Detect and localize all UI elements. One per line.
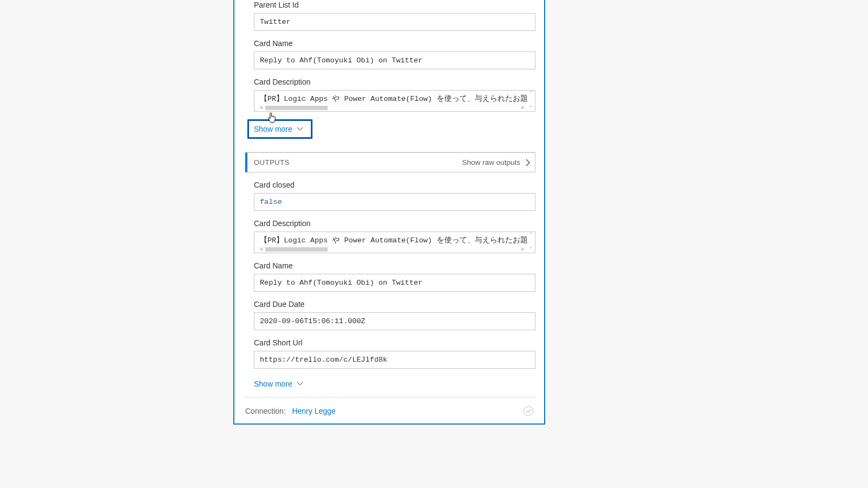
chevron-down-icon [297,127,303,131]
connection-footer: Connection: Henry Legge [243,397,535,423]
scroll-up-icon: ˄ [529,233,532,237]
scroll-right-icon: > [521,247,524,252]
value-box-card-closed[interactable]: false [254,193,535,211]
connection-name-link[interactable]: Henry Legge [292,407,335,415]
label-card-short-url: Card Short Url [254,338,535,348]
scroll-down-icon: ˅ [529,247,532,252]
label-card-name-output: Card Name [254,261,535,271]
outputs-header: OUTPUTS Show raw outputs [245,152,535,172]
label-card-closed: Card closed [254,180,535,190]
value-parent-list-id: Twitter [260,18,529,26]
value-card-due-date: 2020-09-06T15:06:11.000Z [260,317,529,325]
outputs-fields: Card closed false Card Description 【PR】L… [245,180,535,397]
value-box-card-short-url[interactable]: https://trello.com/c/LEJlfd8k [254,351,535,369]
label-card-due-date: Card Due Date [254,299,535,309]
show-raw-outputs-label: Show raw outputs [462,158,520,166]
value-box-card-name-output[interactable]: Reply to Ahf(Tomoyuki Obi) on Twitter [254,274,535,292]
value-card-description-output: 【PR】Logic Apps や Power Automate(Flow) を使… [260,235,528,245]
field-card-name-input: Card Name Reply to Ahf(Tomoyuki Obi) on … [254,38,535,69]
inputs-section: Parent List Id Twitter Card Name Reply t… [234,0,544,145]
show-more-outputs-label: Show more [254,380,292,388]
connection-info: Connection: Henry Legge [245,407,336,415]
scroll-down-icon: ˅ [529,106,532,111]
field-card-name-output: Card Name Reply to Ahf(Tomoyuki Obi) on … [254,261,535,292]
outputs-section: OUTPUTS Show raw outputs Card closed fal… [245,152,535,397]
horizontal-scrollbar[interactable] [265,106,328,110]
scroll-left-icon: < [260,105,263,111]
status-ok-icon [524,406,533,416]
outputs-title: OUTPUTS [254,158,290,166]
label-card-name-input: Card Name [254,38,535,48]
label-card-description-input: Card Description [254,77,535,87]
connection-label: Connection: [245,407,286,415]
value-card-short-url: https://trello.com/c/LEJlfd8k [260,356,529,364]
scroll-right-icon: > [521,105,524,111]
chevron-down-icon [297,382,303,386]
vertical-scrollbar[interactable]: ˄ ˅ [527,91,534,111]
value-box-card-due-date[interactable]: 2020-09-06T15:06:11.000Z [254,312,535,330]
value-box-card-description-input[interactable]: 【PR】Logic Apps や Power Automate(Flow) を使… [254,90,535,112]
label-parent-list-id: Parent List Id [254,0,535,10]
scroll-up-icon: ˄ [529,91,532,96]
value-card-name-output: Reply to Ahf(Tomoyuki Obi) on Twitter [260,279,529,287]
field-card-description-input: Card Description 【PR】Logic Apps や Power … [254,77,535,112]
field-parent-list-id: Parent List Id Twitter [254,0,535,31]
value-box-parent-list-id[interactable]: Twitter [254,13,535,31]
horizontal-scrollbar[interactable] [265,247,328,252]
label-card-description-output: Card Description [254,219,535,228]
field-card-description-output: Card Description 【PR】Logic Apps や Power … [254,219,535,253]
chevron-right-icon [526,159,531,166]
scroll-left-icon: < [260,247,263,252]
value-box-card-name-input[interactable]: Reply to Ahf(Tomoyuki Obi) on Twitter [254,52,535,69]
value-card-description-input: 【PR】Logic Apps や Power Automate(Flow) を使… [260,94,528,104]
vertical-scrollbar[interactable]: ˄ ˅ [527,233,534,252]
field-card-short-url: Card Short Url https://trello.com/c/LEJl… [254,338,535,369]
value-box-card-description-output[interactable]: 【PR】Logic Apps や Power Automate(Flow) を使… [254,232,535,253]
action-run-details-panel: Parent List Id Twitter Card Name Reply t… [233,0,545,425]
value-card-name-input: Reply to Ahf(Tomoyuki Obi) on Twitter [260,56,529,65]
show-raw-outputs-link[interactable]: Show raw outputs [462,158,531,166]
show-more-outputs-button[interactable]: Show more [248,376,309,391]
field-card-closed: Card closed false [254,180,535,211]
show-more-inputs-label: Show more [254,125,292,133]
value-card-closed: false [260,198,529,206]
field-card-due-date: Card Due Date 2020-09-06T15:06:11.000Z [254,299,535,330]
show-more-inputs-button[interactable]: Show more [247,119,312,139]
